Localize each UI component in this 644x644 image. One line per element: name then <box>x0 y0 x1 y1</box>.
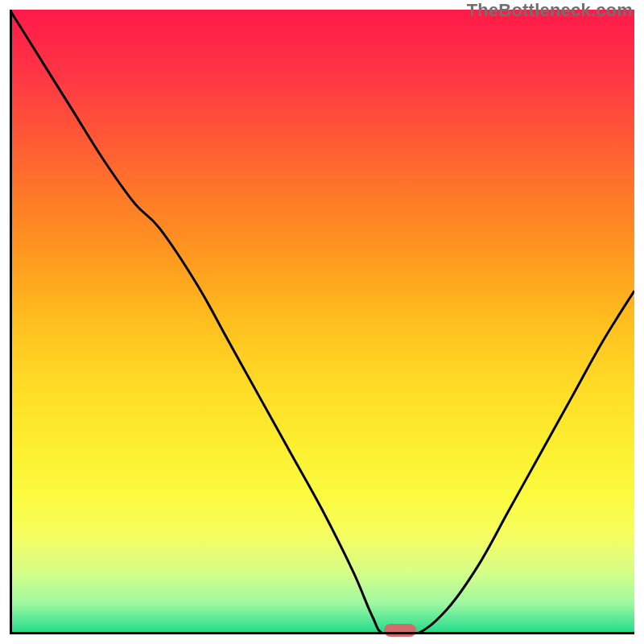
plot-area <box>10 10 634 634</box>
bottleneck-curve <box>10 10 634 634</box>
optimum-marker <box>384 624 416 637</box>
watermark-text: TheBottleneck.com <box>467 0 633 21</box>
bottleneck-chart: TheBottleneck.com <box>0 0 644 644</box>
x-axis <box>10 632 634 634</box>
y-axis <box>10 10 12 634</box>
curve-layer <box>10 10 634 634</box>
